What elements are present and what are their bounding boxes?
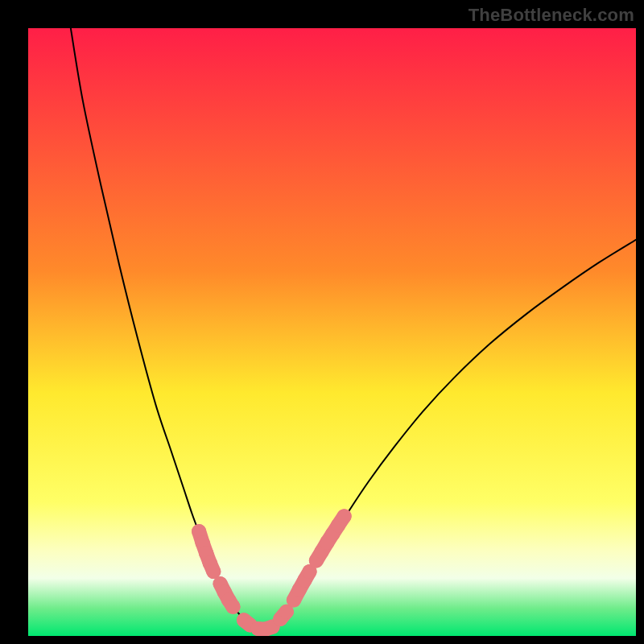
- chart-container: TheBottleneck.com: [0, 0, 644, 644]
- bottleneck-plot: [28, 28, 636, 636]
- watermark-text: TheBottleneck.com: [469, 5, 634, 26]
- marker-dot: [225, 600, 240, 614]
- marker-dot: [337, 509, 352, 523]
